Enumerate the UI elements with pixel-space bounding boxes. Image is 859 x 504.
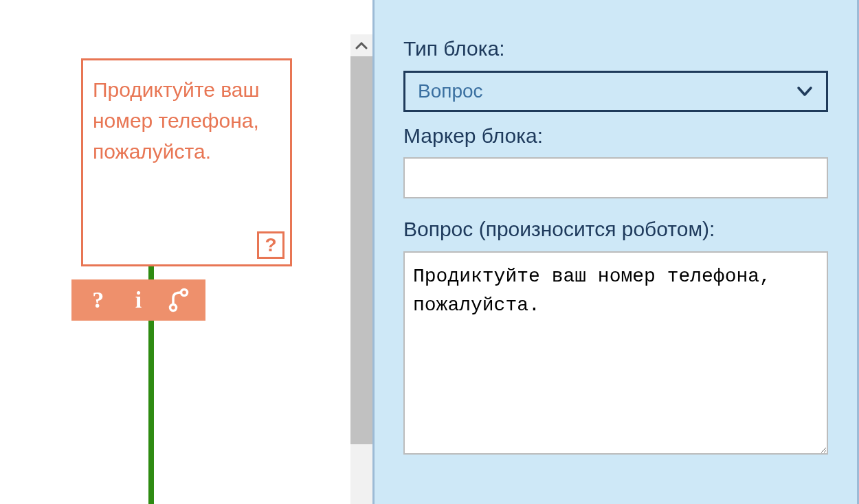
block-type-label: Тип блока: [403,33,828,65]
question-node[interactable]: Продиктуйте ваш номер телефона, пожалуйс… [81,58,292,266]
vertical-scrollbar[interactable] [350,34,372,504]
chevron-down-icon [796,82,814,100]
block-marker-input[interactable] [403,157,828,198]
question-mark-icon: ? [257,231,285,259]
toolbar-question-button[interactable]: ? [85,286,112,314]
branch-icon [167,287,190,313]
question-textarea[interactable] [403,251,828,455]
toolbar-branch-button[interactable] [165,286,192,314]
question-label: Вопрос (произносится роботом): [403,214,828,246]
properties-panel: Тип блока: Вопрос Маркер блока: Вопрос (… [372,0,859,504]
node-text: Продиктуйте ваш номер телефона, пожалуйс… [93,74,280,167]
chevron-up-icon [355,41,368,49]
scroll-thumb[interactable] [350,56,372,444]
toolbar-info-button[interactable]: i [125,286,153,314]
svg-point-1 [181,290,188,296]
flow-canvas[interactable]: Продиктуйте ваш номер телефона, пожалуйс… [0,0,350,504]
scroll-up-button[interactable] [350,34,372,56]
block-type-value: Вопрос [418,80,483,102]
block-marker-label: Маркер блока: [403,120,828,152]
node-toolbar: ? i [71,279,205,321]
svg-point-0 [170,305,177,311]
block-type-select[interactable]: Вопрос [403,71,828,112]
